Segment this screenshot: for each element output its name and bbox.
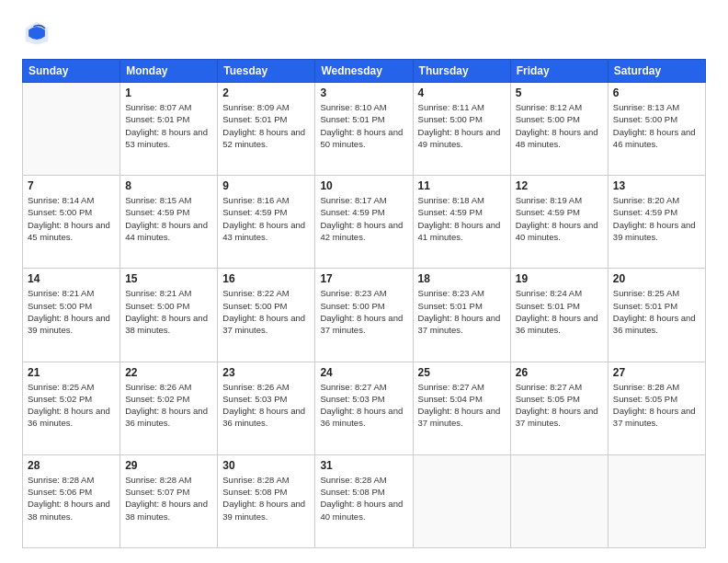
day-number: 25	[418, 366, 506, 379]
cell-info: Sunrise: 8:28 AMSunset: 5:06 PMDaylight:…	[28, 474, 115, 523]
day-number: 8	[125, 179, 212, 192]
day-number: 15	[125, 272, 212, 285]
calendar-cell: 9Sunrise: 8:16 AMSunset: 4:59 PMDaylight…	[218, 176, 315, 269]
day-number: 29	[125, 459, 212, 472]
calendar-cell: 20Sunrise: 8:25 AMSunset: 5:01 PMDayligh…	[608, 269, 705, 362]
calendar-cell	[608, 454, 705, 547]
calendar-cell: 28Sunrise: 8:28 AMSunset: 5:06 PMDayligh…	[23, 454, 120, 547]
day-number: 18	[418, 272, 506, 285]
calendar-cell: 30Sunrise: 8:28 AMSunset: 5:08 PMDayligh…	[218, 454, 315, 547]
day-number: 28	[28, 459, 115, 472]
cell-info: Sunrise: 8:22 AMSunset: 5:00 PMDaylight:…	[222, 287, 310, 336]
day-header: Monday	[120, 60, 218, 83]
calendar-cell: 19Sunrise: 8:24 AMSunset: 5:01 PMDayligh…	[510, 269, 608, 362]
day-number: 20	[613, 272, 700, 285]
day-number: 5	[516, 86, 603, 99]
cell-info: Sunrise: 8:09 AMSunset: 5:01 PMDaylight:…	[222, 101, 310, 150]
day-number: 21	[28, 366, 115, 379]
day-number: 22	[125, 366, 212, 379]
header	[22, 18, 706, 48]
calendar-cell: 15Sunrise: 8:21 AMSunset: 5:00 PMDayligh…	[120, 269, 218, 362]
day-number: 27	[613, 366, 700, 379]
calendar-cell: 2Sunrise: 8:09 AMSunset: 5:01 PMDaylight…	[218, 83, 315, 176]
day-number: 16	[222, 272, 310, 285]
cell-info: Sunrise: 8:11 AMSunset: 5:00 PMDaylight:…	[418, 101, 506, 150]
page: SundayMondayTuesdayWednesdayThursdayFrid…	[0, 0, 728, 563]
day-number: 2	[222, 86, 310, 99]
day-number: 24	[320, 366, 407, 379]
day-header: Wednesday	[315, 60, 413, 83]
day-number: 6	[613, 86, 700, 99]
calendar-cell: 4Sunrise: 8:11 AMSunset: 5:00 PMDaylight…	[413, 83, 510, 176]
calendar-cell: 1Sunrise: 8:07 AMSunset: 5:01 PMDaylight…	[120, 83, 218, 176]
cell-info: Sunrise: 8:14 AMSunset: 5:00 PMDaylight:…	[28, 194, 115, 243]
calendar-cell: 6Sunrise: 8:13 AMSunset: 5:00 PMDaylight…	[608, 83, 705, 176]
calendar-cell: 27Sunrise: 8:28 AMSunset: 5:05 PMDayligh…	[608, 362, 705, 454]
calendar-cell: 18Sunrise: 8:23 AMSunset: 5:01 PMDayligh…	[413, 269, 510, 362]
calendar-cell: 10Sunrise: 8:17 AMSunset: 4:59 PMDayligh…	[315, 176, 413, 269]
calendar-week: 21Sunrise: 8:25 AMSunset: 5:02 PMDayligh…	[23, 362, 706, 454]
day-number: 7	[28, 179, 115, 192]
calendar-cell: 3Sunrise: 8:10 AMSunset: 5:01 PMDaylight…	[315, 83, 413, 176]
calendar-cell: 5Sunrise: 8:12 AMSunset: 5:00 PMDaylight…	[510, 83, 608, 176]
calendar-cell: 17Sunrise: 8:23 AMSunset: 5:00 PMDayligh…	[315, 269, 413, 362]
calendar-cell: 25Sunrise: 8:27 AMSunset: 5:04 PMDayligh…	[413, 362, 510, 454]
calendar-cell: 21Sunrise: 8:25 AMSunset: 5:02 PMDayligh…	[23, 362, 120, 454]
day-number: 10	[320, 179, 407, 192]
day-number: 9	[222, 179, 310, 192]
cell-info: Sunrise: 8:27 AMSunset: 5:05 PMDaylight:…	[516, 381, 603, 430]
calendar-week: 14Sunrise: 8:21 AMSunset: 5:00 PMDayligh…	[23, 269, 706, 362]
calendar-cell: 8Sunrise: 8:15 AMSunset: 4:59 PMDaylight…	[120, 176, 218, 269]
day-number: 26	[516, 366, 603, 379]
header-row: SundayMondayTuesdayWednesdayThursdayFrid…	[23, 60, 706, 83]
day-number: 14	[28, 272, 115, 285]
calendar-cell	[510, 454, 608, 547]
cell-info: Sunrise: 8:12 AMSunset: 5:00 PMDaylight:…	[516, 101, 603, 150]
cell-info: Sunrise: 8:16 AMSunset: 4:59 PMDaylight:…	[222, 194, 310, 243]
logo-icon	[22, 18, 51, 48]
calendar-body: 1Sunrise: 8:07 AMSunset: 5:01 PMDaylight…	[23, 83, 706, 548]
cell-info: Sunrise: 8:26 AMSunset: 5:03 PMDaylight:…	[222, 381, 310, 430]
calendar: SundayMondayTuesdayWednesdayThursdayFrid…	[22, 59, 706, 548]
cell-info: Sunrise: 8:18 AMSunset: 4:59 PMDaylight:…	[418, 194, 506, 243]
day-number: 12	[516, 179, 603, 192]
calendar-cell: 26Sunrise: 8:27 AMSunset: 5:05 PMDayligh…	[510, 362, 608, 454]
cell-info: Sunrise: 8:24 AMSunset: 5:01 PMDaylight:…	[516, 287, 603, 336]
cell-info: Sunrise: 8:21 AMSunset: 5:00 PMDaylight:…	[28, 287, 115, 336]
calendar-cell: 24Sunrise: 8:27 AMSunset: 5:03 PMDayligh…	[315, 362, 413, 454]
calendar-cell: 16Sunrise: 8:22 AMSunset: 5:00 PMDayligh…	[218, 269, 315, 362]
day-header: Sunday	[23, 60, 120, 83]
cell-info: Sunrise: 8:26 AMSunset: 5:02 PMDaylight:…	[125, 381, 212, 430]
cell-info: Sunrise: 8:19 AMSunset: 4:59 PMDaylight:…	[516, 194, 603, 243]
day-header: Friday	[510, 60, 608, 83]
cell-info: Sunrise: 8:25 AMSunset: 5:01 PMDaylight:…	[613, 287, 700, 336]
day-number: 30	[222, 459, 310, 472]
cell-info: Sunrise: 8:15 AMSunset: 4:59 PMDaylight:…	[125, 194, 212, 243]
cell-info: Sunrise: 8:25 AMSunset: 5:02 PMDaylight:…	[28, 381, 115, 430]
cell-info: Sunrise: 8:17 AMSunset: 4:59 PMDaylight:…	[320, 194, 407, 243]
calendar-cell: 23Sunrise: 8:26 AMSunset: 5:03 PMDayligh…	[218, 362, 315, 454]
cell-info: Sunrise: 8:28 AMSunset: 5:08 PMDaylight:…	[320, 474, 407, 523]
cell-info: Sunrise: 8:27 AMSunset: 5:03 PMDaylight:…	[320, 381, 407, 430]
calendar-cell: 29Sunrise: 8:28 AMSunset: 5:07 PMDayligh…	[120, 454, 218, 547]
calendar-week: 28Sunrise: 8:28 AMSunset: 5:06 PMDayligh…	[23, 454, 706, 547]
calendar-week: 7Sunrise: 8:14 AMSunset: 5:00 PMDaylight…	[23, 176, 706, 269]
calendar-week: 1Sunrise: 8:07 AMSunset: 5:01 PMDaylight…	[23, 83, 706, 176]
cell-info: Sunrise: 8:13 AMSunset: 5:00 PMDaylight:…	[613, 101, 700, 150]
calendar-cell: 11Sunrise: 8:18 AMSunset: 4:59 PMDayligh…	[413, 176, 510, 269]
cell-info: Sunrise: 8:23 AMSunset: 5:01 PMDaylight:…	[418, 287, 506, 336]
cell-info: Sunrise: 8:28 AMSunset: 5:05 PMDaylight:…	[613, 381, 700, 430]
cell-info: Sunrise: 8:07 AMSunset: 5:01 PMDaylight:…	[125, 101, 212, 150]
cell-info: Sunrise: 8:10 AMSunset: 5:01 PMDaylight:…	[320, 101, 407, 150]
calendar-cell	[23, 83, 120, 176]
cell-info: Sunrise: 8:23 AMSunset: 5:00 PMDaylight:…	[320, 287, 407, 336]
calendar-cell: 14Sunrise: 8:21 AMSunset: 5:00 PMDayligh…	[23, 269, 120, 362]
calendar-cell	[413, 454, 510, 547]
day-number: 4	[418, 86, 506, 99]
calendar-cell: 22Sunrise: 8:26 AMSunset: 5:02 PMDayligh…	[120, 362, 218, 454]
logo	[22, 18, 57, 48]
day-number: 31	[320, 459, 407, 472]
day-number: 1	[125, 86, 212, 99]
cell-info: Sunrise: 8:20 AMSunset: 4:59 PMDaylight:…	[613, 194, 700, 243]
calendar-cell: 7Sunrise: 8:14 AMSunset: 5:00 PMDaylight…	[23, 176, 120, 269]
